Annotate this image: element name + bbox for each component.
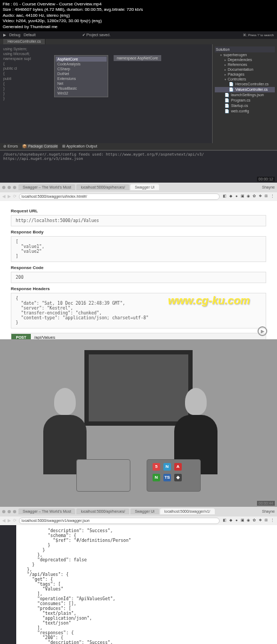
ext-icon[interactable]: ●: [234, 518, 239, 524]
traffic-light-icon[interactable]: [8, 510, 11, 513]
meta-size: Size : 4946607 bytes (4.72 MiB), duratio…: [3, 7, 274, 12]
json-viewer[interactable]: "description": "Success", "schema": { "$…: [16, 525, 277, 644]
tab-heroes-controller[interactable]: HeroesController.cs: [3, 39, 45, 44]
reload-icon[interactable]: ⟳: [13, 518, 17, 523]
ext-icon[interactable]: ❖: [258, 194, 263, 199]
tab-app-output[interactable]: ⊞ Application Output: [62, 144, 97, 149]
sol-pkgs[interactable]: ▸Packages: [215, 72, 275, 77]
address-bar[interactable]: localhost:5000/swagger/ui/index.html#/: [19, 193, 220, 200]
address-bar-row: ◀ ▶ ⟳ localhost:5000/swagger/v1/swagger.…: [0, 516, 277, 525]
watermark: www.cg-ku.com: [168, 294, 250, 307]
ext-icon[interactable]: ✿: [252, 194, 257, 199]
video-still: 5 N N TS A ◆ 00:00:44: [0, 339, 277, 507]
traffic-light-icon[interactable]: [8, 186, 11, 189]
label-response-code: Response Code: [11, 265, 266, 270]
sol-file-values[interactable]: 📄ValuesController.cs: [215, 87, 275, 92]
ext-icon[interactable]: ⊞: [263, 194, 269, 199]
browser-tab[interactable]: Swagger – The World's Most: [18, 508, 75, 514]
ext-icon[interactable]: ◧: [222, 518, 227, 524]
bottom-tabs: ⊘ Errors 📦 Package Console ⊞ Application…: [0, 143, 277, 150]
sol-docs[interactable]: ▸Documentation: [215, 67, 275, 72]
ide-sidebar-strip: [0, 525, 16, 644]
address-bar-row: ◀ ▶ ⟳ localhost:5000/swagger/ui/index.ht…: [0, 192, 277, 201]
search-hint[interactable]: ⌘; Press '/' to search: [243, 33, 274, 37]
browser-tab-active[interactable]: localhost:5000/swagger/v1/: [160, 508, 215, 514]
label-response-body: Response Body: [11, 230, 266, 234]
address-bar[interactable]: localhost:5000/swagger/v1/swagger.json: [19, 518, 220, 524]
request-url-box: http://localhost:5000/api/Values: [11, 215, 266, 226]
ide-toolbar: ▶ Debug Default ✔ Project saved. ⌘; Pres…: [0, 31, 277, 39]
label-response-headers: Response Headers: [11, 286, 266, 291]
traffic-light-icon[interactable]: [13, 186, 16, 189]
traffic-light-icon[interactable]: [13, 510, 16, 513]
browser-chrome-top: Swagger – The World's Most localhost:500…: [0, 183, 277, 192]
browser-tab[interactable]: localhost:5000/api/heroes/: [76, 508, 129, 514]
reload-icon[interactable]: ⟳: [13, 194, 17, 199]
intellisense-hint: namespace AspNetCore: [114, 55, 161, 61]
ide-pane: ▶ Debug Default ✔ Project saved. ⌘; Pres…: [0, 31, 277, 183]
browser-tab[interactable]: Swagger – The World's Most: [18, 184, 75, 190]
forward-icon[interactable]: ▶: [8, 518, 11, 523]
package-console[interactable]: /Users/shaynebayer/.nuget/config feeds u…: [0, 150, 277, 183]
sol-file[interactable]: 📄web.config: [215, 109, 275, 114]
label-request-url: Request URL: [11, 209, 266, 213]
browser-chrome-top: Swagger – The World's Most localhost:500…: [0, 507, 277, 516]
ext-icon[interactable]: ✿: [252, 518, 257, 524]
sol-file[interactable]: 📄launchSettings.json: [215, 92, 275, 98]
solution-header: Solution: [215, 46, 275, 52]
code-editor[interactable]: using System; using Microsoft; namespace…: [0, 44, 212, 143]
traffic-light-icon[interactable]: [2, 510, 5, 513]
menu-icon[interactable]: ⋮: [269, 518, 275, 524]
tab-package-console[interactable]: 📦 Package Console: [22, 144, 58, 149]
meta-file: File : 01 - Course Overview - Course Ove…: [3, 2, 274, 7]
browser-swagger-json: Swagger – The World's Most localhost:500…: [0, 507, 277, 644]
meta-gen: Generated by Thumbnail me: [3, 24, 274, 30]
meta-audio: Audio: aac, 44100 Hz, stereo (eng): [3, 13, 274, 18]
ext-icon[interactable]: ◆: [228, 194, 233, 199]
profile-name[interactable]: Shayne: [262, 185, 275, 189]
ext-icon[interactable]: ◆: [228, 518, 233, 524]
ext-icon[interactable]: ▣: [240, 518, 245, 524]
sol-refs[interactable]: ▸References: [215, 62, 275, 67]
browser-swagger-ui: Swagger – The World's Most localhost:500…: [0, 183, 277, 339]
forward-icon[interactable]: ▶: [8, 194, 11, 199]
config-default[interactable]: Default: [24, 33, 36, 37]
browser-tab[interactable]: localhost:5000/api/heroes/: [76, 184, 129, 190]
ext-icon[interactable]: ◧: [222, 194, 227, 199]
sol-controllers[interactable]: ▾Controllers: [215, 77, 275, 82]
sol-file[interactable]: 📄Program.cs: [215, 98, 275, 103]
play-overlay-icon: ▶: [258, 326, 267, 336]
profile-name[interactable]: Shayne: [262, 509, 275, 513]
ext-icon[interactable]: ⊞: [263, 518, 269, 524]
laptop-left: [76, 459, 130, 492]
extension-icons: ◧◆●▣◉✿❖⊞⋮: [222, 518, 275, 524]
extension-icons: ◧◆●▣◉✿❖⊞⋮: [222, 194, 275, 199]
sol-root[interactable]: ▾superherogen: [215, 52, 275, 57]
ext-icon[interactable]: ◉: [246, 518, 251, 524]
sol-file-heroes[interactable]: 📄HeroesController.cs: [215, 82, 275, 87]
solution-explorer: Solution ▾superherogen ▸Dependencies ▸Re…: [212, 44, 277, 143]
browser-tab-active[interactable]: Swagger UI: [130, 184, 159, 190]
menu-icon[interactable]: ⋮: [269, 194, 275, 199]
play-button[interactable]: ▶: [3, 33, 6, 37]
editor-tabs: HeroesController.cs: [0, 39, 277, 44]
ext-icon[interactable]: ❖: [258, 518, 263, 524]
ext-icon[interactable]: ●: [234, 194, 239, 199]
config-debug[interactable]: Debug: [9, 33, 21, 37]
ext-icon[interactable]: ◉: [246, 194, 251, 199]
intellisense-popup[interactable]: AspNetCore CodeAnalysis CSharp DotNet Ex…: [54, 55, 108, 97]
ext-icon[interactable]: ▣: [240, 194, 245, 199]
timestamp: 00:00:12: [257, 177, 275, 182]
back-icon[interactable]: ◀: [2, 518, 5, 523]
back-icon[interactable]: ◀: [2, 194, 5, 199]
traffic-light-icon[interactable]: [2, 186, 5, 189]
sol-deps[interactable]: ▸Dependencies: [215, 57, 275, 62]
timestamp: 00:00:44: [257, 501, 275, 506]
sol-file[interactable]: 📄Startup.cs: [215, 103, 275, 109]
thumbnail-meta: File : 01 - Course Overview - Course Ove…: [0, 0, 277, 31]
response-code-box: 200: [11, 272, 266, 283]
browser-tab[interactable]: Swagger UI: [130, 508, 159, 514]
tab-errors[interactable]: ⊘ Errors: [3, 144, 18, 149]
intellisense-item-sel[interactable]: AspNetCore: [56, 57, 107, 62]
status-saved: ✔ Project saved.: [82, 33, 110, 37]
